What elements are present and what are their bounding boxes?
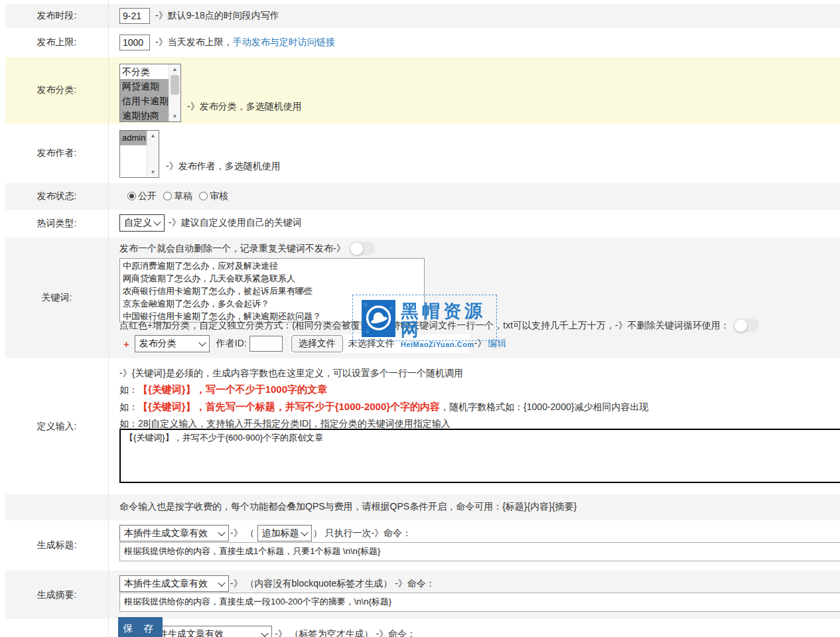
publish-time-label: 发布时段: (5, 10, 108, 22)
watermark: 黑帽资源网 HeiMaoZiYuan.Com (352, 295, 497, 341)
hotword-type-hint: -》建议自定义使用自己的关键词 (169, 217, 302, 229)
row-command-note: 命令输入也是按字收费的，每个功能都会叠加QPS与费用，请根据QPS条件开启，命令… (5, 494, 840, 520)
radio-public[interactable]: 公开 (127, 190, 157, 202)
keyword-category-select[interactable]: 发布分类 (135, 335, 210, 352)
row-gen-title: 生成标题: 本插件生成文章有效 -》 （ 追加标题 ） 只执行一次-》命令： 根… (5, 520, 840, 571)
scrollbar[interactable]: ▲ ▼ (147, 131, 159, 177)
radio-icon[interactable] (199, 192, 208, 200)
author-multiselect[interactable]: admin ▲ ▼ (119, 130, 159, 178)
keywords-label: 关键词: (5, 292, 108, 304)
append-title-select[interactable]: 追加标题 (257, 525, 312, 541)
chevron-down-icon (218, 579, 225, 586)
category-option[interactable]: 不分类 (120, 64, 169, 79)
column-divider (108, 0, 109, 637)
category-option[interactable]: 网贷逾期 (120, 79, 169, 94)
gen-tags-hint: -》 （标签为空才生成） -》命令： (275, 628, 416, 637)
watermark-subtitle: HeiMaoZiYuan.Com (401, 340, 496, 348)
gen-summary-command-textarea[interactable]: 根据我提供给你的内容，直接生成一段100-200个字的摘要，\n\n{标题} (119, 593, 840, 612)
category-option[interactable]: 逾期协商 (120, 108, 169, 121)
publish-author-label: 发布作者: (5, 147, 108, 159)
chevron-down-icon (261, 630, 268, 637)
hotword-type-label: 热词类型: (5, 218, 108, 230)
radio-icon[interactable] (163, 192, 172, 200)
radio-review[interactable]: 审核 (199, 190, 228, 202)
author-option[interactable]: admin (120, 131, 147, 145)
publish-status-label: 发布状态: (5, 190, 108, 202)
publish-category-hint: -》发布分类，多选随机使用 (187, 101, 302, 113)
row-publish-author: 发布作者: admin ▲ ▼ -》发布作者，多选随机使用 (5, 123, 840, 183)
publish-limit-label: 发布上限: (5, 36, 108, 48)
define-input-label: 定义输入: (5, 421, 108, 433)
gen-title-command-textarea[interactable]: 根据我提供给你的内容，直接生成1个标题，只要1个标题 \n\n{标题} (119, 542, 840, 561)
row-gen-summary: 生成摘要: 本插件生成文章有效 -》 （内容没有blockquote标签才生成）… (5, 571, 840, 619)
scroll-up-icon[interactable]: ▲ (169, 64, 180, 74)
example2-red: 【{关键词}】，首先写一个标题，并写不少于{1000-2000}个字的内容 (138, 401, 440, 413)
row-keywords: 关键词: 发布一个就会自动删除一个，记录重复关键词不发布-》 中原消费逾期了怎么… (5, 238, 840, 358)
chevron-down-icon (153, 218, 161, 226)
example1-red: 【{关键词}】，写一个不少于1000字的文章 (138, 384, 327, 396)
save-button[interactable]: 保 存 (118, 617, 163, 637)
example2-tail: ，随机字数格式如：{1000-2000}减少相同内容出现 (440, 401, 648, 413)
choose-file-button[interactable]: 选择文件 (291, 335, 343, 352)
publish-time-hint: -》默认9-18点的时间段内写作 (155, 10, 279, 22)
radio-draft[interactable]: 草稿 (163, 190, 192, 202)
publish-limit-input[interactable] (119, 35, 150, 50)
scroll-down-icon[interactable]: ▼ (169, 111, 180, 121)
author-id-label: 作者ID: (216, 338, 247, 350)
manual-publish-link[interactable]: 手动发布与定时访问链接 (233, 36, 335, 48)
scroll-up-icon[interactable]: ▲ (147, 131, 159, 141)
chevron-down-icon (301, 528, 308, 535)
row-publish-time: 发布时段: -》默认9-18点的时间段内写作 (5, 4, 840, 28)
gen-summary-label: 生成摘要: (5, 589, 108, 601)
row-publish-limit: 发布上限: -》当天发布上限， 手动发布与定时访问链接 (5, 28, 840, 57)
publish-category-label: 发布分类: (5, 84, 108, 96)
category-option[interactable]: 信用卡逾期 (120, 94, 169, 108)
publish-author-hint: -》发布作者，多选随机使用 (166, 161, 281, 173)
define-input-textarea[interactable]: 【{关键词}】，并写不少于{600-900}个字的原创文章 (119, 429, 840, 483)
gen-title-mode-select[interactable]: 本插件生成文章有效 (119, 525, 229, 541)
category-multiselect[interactable]: 不分类 网贷逾期 信用卡逾期 逾期协商 ▲ ▼ (119, 64, 181, 122)
author-id-input[interactable] (249, 336, 283, 352)
keep-keywords-toggle[interactable] (734, 318, 759, 332)
scroll-thumb[interactable] (171, 75, 179, 95)
chevron-down-icon (218, 528, 225, 535)
row-publish-category: 发布分类: 不分类 网贷逾期 信用卡逾期 逾期协商 ▲ ▼ -》发布分类，多选随… (5, 57, 840, 123)
add-category-button[interactable]: + (123, 338, 129, 350)
chevron-down-icon (198, 339, 206, 346)
hotword-type-select[interactable]: 自定义 (119, 214, 165, 232)
plugin-settings-page: 发布时段: -》默认9-18点的时间段内写作 发布上限: -》当天发布上限， 手… (0, 0, 840, 637)
auto-delete-hint: 发布一个就会自动删除一个，记录重复关键词不发布-》 (119, 243, 346, 255)
auto-delete-toggle[interactable] (350, 242, 375, 255)
heimao-logo-icon (362, 300, 395, 337)
publish-limit-hint: -》当天发布上限， (155, 36, 233, 48)
scroll-down-icon[interactable]: ▼ (147, 167, 159, 177)
define-input-hint: -》{关键词}是必须的，生成内容字数也在这里定义，可以设置多个一行一个随机调用 (119, 368, 463, 380)
watermark-title: 黑帽资源网 (401, 302, 496, 339)
gen-summary-mode-select[interactable]: 本插件生成文章有效 (119, 575, 229, 592)
scrollbar[interactable]: ▲ ▼ (169, 64, 180, 121)
row-publish-status: 发布状态: 公开 草稿 审核 (5, 183, 840, 210)
command-note: 命令输入也是按字收费的，每个功能都会叠加QPS与费用，请根据QPS条件开启，命令… (119, 501, 577, 513)
row-hotword-type: 热词类型: 自定义 -》建议自定义使用自己的关键词 (5, 210, 840, 238)
publish-time-input[interactable] (119, 8, 150, 24)
radio-selected-icon[interactable] (127, 192, 136, 200)
row-define-input: 定义输入: -》{关键词}是必须的，生成内容字数也在这里定义，可以设置多个一行一… (5, 358, 840, 494)
gen-title-label: 生成标题: (5, 539, 108, 551)
